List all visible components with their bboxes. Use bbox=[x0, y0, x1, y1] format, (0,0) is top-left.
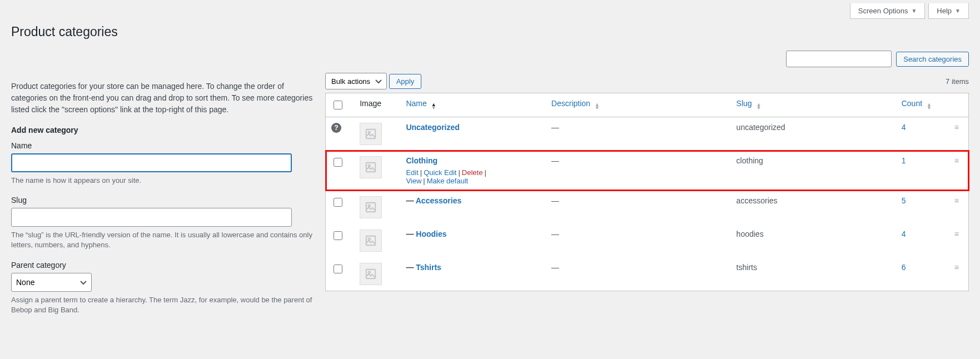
row-checkbox[interactable] bbox=[334, 265, 342, 273]
make-default-link[interactable]: Make default bbox=[427, 177, 468, 185]
category-name-link[interactable]: Accessories bbox=[416, 196, 462, 205]
svg-point-9 bbox=[369, 271, 371, 273]
parent-category-select[interactable]: None bbox=[11, 273, 92, 292]
category-slug: tshirts bbox=[731, 257, 896, 291]
category-description: — bbox=[546, 117, 731, 151]
placeholder-image-icon bbox=[360, 123, 382, 145]
chevron-down-icon: ▼ bbox=[911, 8, 917, 14]
row-actions: Edit|Quick Edit|Delete|View|Make default bbox=[406, 168, 540, 185]
table-row: — Accessories—accessories5≡ bbox=[326, 191, 969, 224]
help-button[interactable]: Help ▼ bbox=[928, 3, 969, 19]
name-field[interactable] bbox=[11, 153, 292, 172]
category-description: — bbox=[546, 191, 731, 224]
category-name-link[interactable]: Tshirts bbox=[416, 263, 441, 272]
quick-edit-link[interactable]: Quick Edit bbox=[424, 168, 456, 177]
svg-point-3 bbox=[369, 164, 371, 167]
category-count-link[interactable]: 6 bbox=[902, 263, 906, 272]
categories-table: Image Name ▲▼ Description ▲▼ Slug ▲▼ bbox=[325, 93, 969, 291]
search-categories-button[interactable]: Search categories bbox=[896, 52, 969, 67]
slug-field-label: Slug bbox=[11, 196, 314, 205]
hierarchy-prefix: — bbox=[406, 196, 415, 205]
help-label: Help bbox=[937, 7, 952, 15]
drag-handle-icon[interactable]: ≡ bbox=[954, 156, 958, 165]
hierarchy-prefix: — bbox=[406, 230, 416, 238]
chevron-down-icon: ▼ bbox=[955, 8, 961, 14]
items-count: 7 items bbox=[946, 77, 969, 86]
apply-bulk-button[interactable]: Apply bbox=[389, 74, 422, 89]
category-count-link[interactable]: 4 bbox=[902, 123, 906, 132]
svg-rect-6 bbox=[366, 236, 376, 246]
select-all-checkbox[interactable] bbox=[334, 101, 342, 109]
placeholder-image-icon bbox=[360, 230, 382, 252]
default-category-icon: ? bbox=[331, 123, 341, 133]
column-image: Image bbox=[354, 93, 400, 117]
category-slug: uncategorized bbox=[731, 117, 896, 151]
placeholder-image-icon bbox=[360, 263, 382, 285]
drag-handle-icon[interactable]: ≡ bbox=[954, 196, 958, 205]
intro-text: Product categories for your store can be… bbox=[11, 81, 314, 116]
category-count-link[interactable]: 5 bbox=[902, 196, 906, 205]
category-count-link[interactable]: 1 bbox=[902, 156, 906, 165]
drag-handle-icon[interactable]: ≡ bbox=[954, 230, 958, 238]
column-count[interactable]: Count ▲▼ bbox=[896, 93, 949, 117]
category-name-link[interactable]: Clothing bbox=[406, 156, 437, 165]
screen-options-label: Screen Options bbox=[858, 7, 908, 15]
svg-point-5 bbox=[369, 205, 371, 207]
search-input[interactable] bbox=[786, 51, 892, 67]
table-row: ?Uncategorized—uncategorized4≡ bbox=[326, 117, 969, 151]
screen-options-button[interactable]: Screen Options ▼ bbox=[850, 3, 926, 19]
column-name[interactable]: Name ▲▼ bbox=[400, 93, 545, 117]
svg-rect-4 bbox=[366, 203, 376, 212]
edit-link[interactable]: Edit bbox=[406, 168, 418, 177]
placeholder-image-icon bbox=[360, 156, 382, 178]
row-checkbox[interactable] bbox=[334, 158, 342, 167]
table-row: — Hoodies—hoodies4≡ bbox=[326, 224, 969, 257]
slug-field[interactable] bbox=[11, 208, 292, 227]
row-checkbox[interactable] bbox=[334, 198, 342, 207]
sort-icon: ▲▼ bbox=[927, 103, 932, 109]
category-count-link[interactable]: 4 bbox=[902, 230, 906, 238]
category-slug: hoodies bbox=[731, 224, 896, 257]
svg-rect-8 bbox=[366, 270, 376, 279]
name-field-label: Name bbox=[11, 141, 314, 150]
name-field-hint: The name is how it appears on your site. bbox=[11, 176, 314, 186]
delete-link[interactable]: Delete bbox=[462, 168, 483, 177]
sort-icon: ▲▼ bbox=[757, 103, 762, 109]
category-slug: accessories bbox=[731, 191, 896, 224]
parent-category-label: Parent category bbox=[11, 261, 314, 270]
category-slug: clothing bbox=[731, 151, 896, 191]
svg-point-7 bbox=[369, 238, 371, 240]
hierarchy-prefix: — bbox=[406, 263, 416, 272]
sort-icon: ▲▼ bbox=[431, 103, 436, 109]
view-link[interactable]: View bbox=[406, 177, 421, 185]
column-slug[interactable]: Slug ▲▼ bbox=[731, 93, 896, 117]
column-description[interactable]: Description ▲▼ bbox=[546, 93, 731, 117]
svg-rect-0 bbox=[366, 129, 376, 139]
svg-point-1 bbox=[369, 131, 371, 133]
placeholder-image-icon bbox=[360, 196, 382, 218]
bulk-actions-select[interactable]: Bulk actions bbox=[325, 73, 387, 89]
drag-handle-icon[interactable]: ≡ bbox=[954, 123, 958, 132]
table-row: ClothingEdit|Quick Edit|Delete|View|Make… bbox=[326, 151, 969, 191]
category-name-link[interactable]: Uncategorized bbox=[406, 123, 459, 132]
category-description: — bbox=[546, 257, 731, 291]
page-title: Product categories bbox=[11, 24, 969, 39]
drag-handle-icon[interactable]: ≡ bbox=[954, 263, 958, 272]
svg-rect-2 bbox=[366, 163, 376, 172]
category-name-link[interactable]: Hoodies bbox=[416, 230, 446, 238]
sort-icon: ▲▼ bbox=[595, 103, 600, 109]
category-description: — bbox=[546, 224, 731, 257]
add-category-heading: Add new category bbox=[11, 126, 314, 134]
row-checkbox[interactable] bbox=[334, 231, 342, 240]
table-row: — Tshirts—tshirts6≡ bbox=[326, 257, 969, 291]
category-description: — bbox=[546, 151, 731, 191]
slug-field-hint: The “slug” is the URL-friendly version o… bbox=[11, 230, 314, 250]
parent-category-hint: Assign a parent term to create a hierarc… bbox=[11, 295, 314, 315]
